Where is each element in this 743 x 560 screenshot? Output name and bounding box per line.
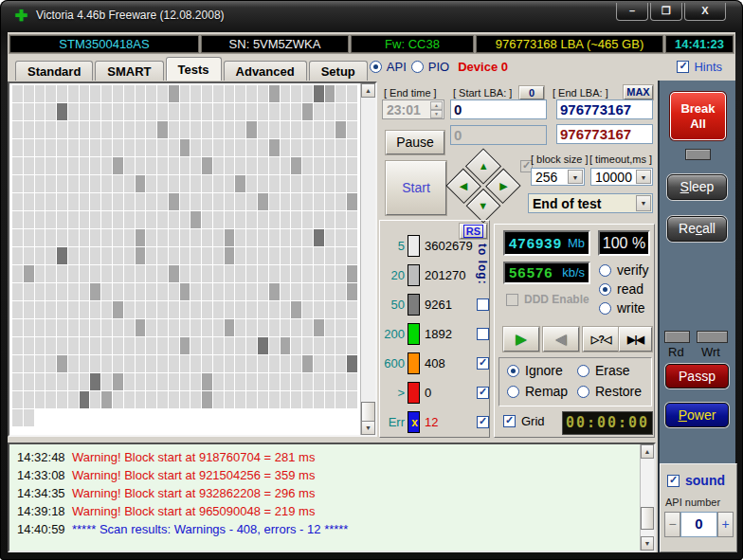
restore-radio[interactable] [577,386,589,398]
spin-down-icon[interactable]: ▼ [430,110,443,118]
scan-cell [325,301,335,318]
scan-cell [180,85,190,102]
scan-cell [347,283,357,300]
scan-cell [258,337,268,354]
scan-cell [136,103,146,120]
log-checkbox[interactable] [477,357,489,370]
scrollbar-thumb[interactable] [641,507,654,530]
timeout-combo[interactable]: 10000 ▼ [590,168,653,186]
break-all-button[interactable]: Break All [670,92,726,140]
start-button[interactable]: Start [386,161,446,215]
tab-tests[interactable]: Tests [166,57,222,81]
title-bar[interactable]: ✚ Victoria 4.46b Freeware (12.08.2008) –… [0,0,743,32]
latency-threshold: 600 [380,356,405,370]
scan-cell [68,391,79,408]
seek-end-button[interactable]: ▶|◀ [619,327,652,352]
scan-cell [35,139,45,156]
scan-cell [57,301,67,318]
client-area: STM3500418AS SN: 5VM5ZWKA Fw: CC38 97677… [8,32,735,552]
scan-cell [169,319,179,336]
scan-cell [157,391,168,408]
after-test-action-combo[interactable]: End of test ▼ [528,193,653,213]
log-time: 14:39:18 [17,504,65,518]
log-entry: 14:34:35 Warning! Block start at 9328622… [9,486,654,504]
minimize-button[interactable]: – [616,3,648,21]
scroll-down-icon[interactable]: ▼ [641,536,654,551]
scan-cell [246,139,257,156]
scan-cell [213,175,224,192]
scan-cell [246,319,257,336]
scan-cell [235,175,245,192]
read-radio[interactable] [599,283,611,296]
end-lba-max-button[interactable]: MAX [624,85,653,99]
close-button[interactable]: X [684,3,726,21]
scan-cell [269,157,280,174]
end-time-spinner[interactable]: 23:01 ▲▼ [382,99,444,119]
scan-cell [169,139,179,156]
scan-cell [246,247,257,264]
tab-advanced[interactable]: Advanced [224,61,307,81]
scan-cell [302,193,313,210]
api-radio[interactable] [370,61,382,73]
maximize-button[interactable]: ❐ [650,3,682,21]
verify-radio[interactable] [599,264,611,277]
scroll-down-icon[interactable]: ▼ [361,421,375,435]
scan-cell [68,283,79,300]
scan-cell [180,391,190,408]
remap-radio[interactable] [507,386,519,398]
scan-cell [12,175,23,192]
ignore-radio[interactable] [507,365,519,377]
pause-button[interactable]: Pause [386,131,444,154]
seek-question-button[interactable]: ▷?◁ [583,327,619,352]
app-window: ✚ Victoria 4.46b Freeware (12.08.2008) –… [0,0,743,560]
scan-cell [101,139,112,156]
spin-up-icon[interactable]: ▲ [430,101,443,110]
device-label: Device 0 [458,60,508,74]
scan-cell [180,247,190,264]
log-checkbox[interactable] [477,387,489,399]
scan-cell [213,157,224,174]
scan-cell [202,265,212,282]
log-checkbox[interactable] [477,298,489,311]
chevron-down-icon[interactable]: ▼ [636,195,651,211]
latency-threshold: > [380,386,405,400]
sleep-button[interactable]: Sleep [667,174,727,200]
recall-button[interactable]: Recall [667,216,727,242]
scan-cell [57,193,67,210]
erase-radio[interactable] [577,365,589,377]
scan-cell [258,283,268,300]
end-lba-input[interactable]: 976773167 [556,99,653,119]
start-lba-zero-button[interactable]: 0 [519,86,544,99]
scan-cell [213,319,224,336]
scan-cell [291,229,301,246]
tab-standard[interactable]: Standard [15,61,93,81]
log-checkbox[interactable] [477,328,489,340]
play-back-button[interactable]: ◀ [543,327,579,352]
scroll-up-icon[interactable]: ▲ [361,83,375,98]
scan-cell [169,157,179,174]
scan-cell [281,283,291,300]
log-checkbox[interactable] [477,416,489,428]
passport-button[interactable]: Passp [665,364,729,388]
scroll-up-icon[interactable]: ▲ [641,444,654,459]
sound-checkbox[interactable] [667,475,680,487]
tab-setup[interactable]: Setup [309,61,368,81]
write-radio[interactable] [599,302,611,315]
hints-checkbox[interactable] [677,61,689,73]
chevron-down-icon[interactable]: ▼ [568,170,583,184]
block-size-combo[interactable]: 256 ▼ [531,168,585,186]
ignore-label: Ignore [525,363,563,378]
chevron-down-icon[interactable]: ▼ [636,170,651,184]
scan-cell [180,103,190,120]
play-forward-button[interactable]: ▶ [503,327,539,352]
minus-button[interactable]: − [664,512,680,537]
log-scrollbar[interactable]: ▲ ▼ [640,444,654,551]
tab-smart[interactable]: SMART [95,61,163,81]
start-lba-input[interactable]: 0 [450,99,547,119]
scan-cell [190,229,201,246]
scan-map-scrollbar[interactable]: ▲ ▼ [360,83,375,435]
power-button[interactable]: Power [665,403,729,427]
grid-checkbox[interactable] [503,415,516,427]
plus-button[interactable]: + [717,512,734,537]
pio-radio[interactable] [411,61,424,73]
